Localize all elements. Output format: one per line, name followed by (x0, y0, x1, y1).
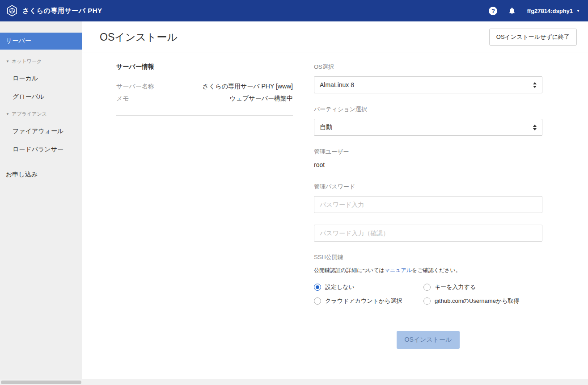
exit-without-install-button[interactable]: OSインストールせずに終了 (489, 29, 577, 46)
content-area: サーバー情報 サーバー名称 さくらの専用サーバ PHY [www] メモ ウェブ… (82, 53, 588, 349)
sidebar-section-appliance[interactable]: ▼ アプライアンス (0, 109, 82, 118)
sidebar-section-label: ネットワーク (12, 58, 42, 65)
brand-area: さくらの専用サーバ PHY (6, 5, 102, 17)
radio-option-no-key[interactable]: 設定しない (314, 283, 423, 291)
radio-icon (423, 297, 431, 305)
triangle-down-icon: ▼ (6, 112, 9, 116)
radio-option-label: github.comのUsernameから取得 (435, 297, 519, 305)
server-info-row: メモ ウェブサーバー構築中 (116, 95, 293, 103)
radio-option-github[interactable]: github.comのUsernameから取得 (423, 297, 542, 305)
partition-select[interactable]: 自動 (314, 119, 542, 136)
os-select[interactable]: AlmaLinux 8 (314, 76, 542, 93)
server-info-panel: サーバー情報 サーバー名称 さくらの専用サーバ PHY [www] メモ ウェブ… (116, 63, 293, 349)
account-menu[interactable]: ffg27814:dsphy1 ▼ (527, 8, 580, 14)
ssh-key-label: SSH公開鍵 (314, 253, 542, 261)
admin-user-label: 管理ユーザー (314, 148, 542, 156)
radio-icon (314, 297, 321, 305)
server-info-heading: サーバー情報 (116, 63, 293, 71)
brand-name: さくらの専用サーバ PHY (22, 7, 102, 15)
navbar-actions: ? ffg27814:dsphy1 ▼ (489, 7, 580, 15)
server-name-value: さくらの専用サーバ PHY [www] (203, 83, 293, 91)
horizontal-scrollbar[interactable] (0, 379, 588, 385)
main-content: OSインストール OSインストールせずに終了 サーバー情報 サーバー名称 さくら… (82, 21, 588, 379)
account-id: ffg27814:dsphy1 (527, 8, 573, 14)
sidebar-item-local[interactable]: ローカル (0, 73, 82, 84)
admin-password-label: 管理パスワード (314, 183, 542, 191)
select-arrows-icon (533, 125, 537, 130)
caret-down-icon: ▼ (576, 9, 580, 13)
radio-option-cloud-account[interactable]: クラウドアカウントから選択 (314, 297, 423, 305)
radio-option-label: 設定しない (325, 283, 355, 291)
select-arrows-icon (533, 82, 537, 88)
radio-option-label: クラウドアカウントから選択 (325, 297, 402, 305)
os-select-label: OS選択 (314, 63, 542, 71)
scrollbar-thumb[interactable] (1, 381, 81, 384)
server-info-row: サーバー名称 さくらの専用サーバ PHY [www] (116, 83, 293, 91)
sidebar-item-global[interactable]: グローバル (0, 92, 82, 102)
sidebar-section-label: アプライアンス (12, 111, 47, 117)
os-install-form: OS選択 AlmaLinux 8 パーティション選択 自動 管理ユーザー roo… (314, 63, 542, 349)
help-icon[interactable]: ? (489, 7, 497, 15)
os-install-button[interactable]: OSインストール (397, 331, 460, 349)
divider (116, 115, 293, 116)
radio-option-label: キーを入力する (435, 283, 476, 291)
server-memo-value: ウェブサーバー構築中 (229, 95, 293, 103)
divider (314, 320, 542, 320)
sidebar-item-order[interactable]: お申し込み (0, 166, 82, 183)
server-memo-label: メモ (116, 95, 129, 103)
triangle-down-icon: ▼ (6, 59, 9, 63)
radio-icon (314, 284, 321, 291)
radio-option-enter-key[interactable]: キーを入力する (423, 283, 542, 291)
brand-logo-icon (6, 5, 18, 17)
radio-icon (423, 284, 431, 291)
ssh-note: 公開鍵認証の詳細についてはマニュアルをご確認ください。 (314, 267, 542, 274)
sidebar-section-network[interactable]: ▼ ネットワーク (0, 57, 82, 66)
sidebar: サーバー ▼ ネットワーク ローカル グローバル ▼ アプライアンス ファイアウ… (0, 21, 82, 379)
page-title: OSインストール (100, 30, 178, 44)
notifications-bell-icon[interactable] (508, 7, 516, 15)
submit-row: OSインストール (314, 331, 542, 349)
server-name-label: サーバー名称 (116, 83, 154, 91)
sidebar-item-firewall[interactable]: ファイアウォール (0, 126, 82, 137)
partition-select-label: パーティション選択 (314, 105, 542, 113)
os-select-value: AlmaLinux 8 (320, 81, 354, 88)
ssh-note-suffix: をご確認ください。 (412, 267, 461, 273)
ssh-note-prefix: 公開鍵認証の詳細については (314, 267, 385, 273)
partition-select-value: 自動 (320, 123, 332, 131)
admin-user-value: root (314, 161, 542, 168)
manual-link[interactable]: マニュアル (385, 267, 412, 273)
sidebar-item-loadbalancer[interactable]: ロードバランサー (0, 144, 82, 155)
top-navbar: さくらの専用サーバ PHY ? ffg27814:dsphy1 ▼ (0, 0, 588, 21)
password-input[interactable] (314, 196, 542, 213)
sidebar-item-server[interactable]: サーバー (0, 33, 82, 50)
password-confirm-input[interactable] (314, 225, 542, 242)
ssh-key-options: 設定しない キーを入力する クラウドアカウントから選択 github.comのU… (314, 283, 542, 305)
page-header: OSインストール OSインストールせずに終了 (82, 21, 588, 53)
